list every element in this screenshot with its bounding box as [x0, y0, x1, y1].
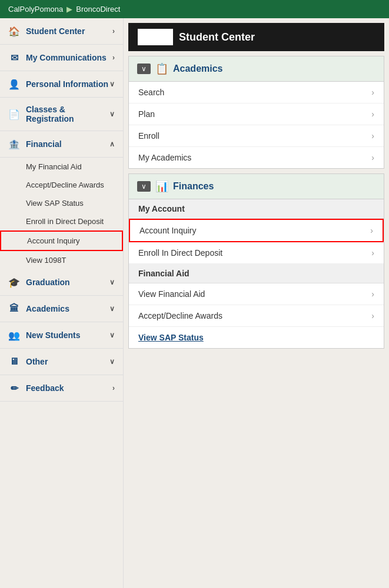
- academics-item-label-enroll: Enroll: [138, 131, 159, 141]
- top-header: CalPolyPomona ▶ BroncoDirect: [0, 0, 389, 18]
- sidebar-label-my-communications: My Communications: [26, 53, 107, 62]
- academics-item-arrow-search: ›: [371, 88, 374, 97]
- student-center-header: Student Center: [128, 23, 384, 51]
- finances-section-header: ∨ 📊 Finances: [129, 174, 384, 199]
- academics-icon: 🏛: [8, 303, 20, 315]
- academics-item-label-my-academics: My Academics: [138, 153, 191, 162]
- finance-item-arrow-account-inquiry: ›: [370, 226, 373, 235]
- sidebar-item-personal-information[interactable]: 👤 Personal Information ∨: [0, 71, 123, 98]
- new-students-chevron: ∨: [109, 331, 115, 339]
- classes-registration-chevron: ∨: [109, 110, 115, 118]
- sidebar-label-feedback: Feedback: [26, 383, 64, 393]
- academics-list: Search › Plan › Enroll › My Academics ›: [129, 82, 384, 168]
- personal-information-icon: 👤: [8, 78, 20, 90]
- sidebar: 🏠 Student Center › ✉ My Communications ›…: [0, 18, 124, 588]
- view-sap-status-link[interactable]: View SAP Status: [129, 327, 384, 348]
- finance-item-arrow-enroll-direct-deposit: ›: [371, 248, 374, 258]
- new-students-icon: 👥: [8, 329, 20, 341]
- sidebar-label-personal-information: Personal Information: [26, 79, 108, 89]
- sidebar-item-student-center[interactable]: 🏠 Student Center ›: [0, 18, 123, 45]
- breadcrumb-separator: ▶: [67, 5, 72, 14]
- sidebar-item-left: 🎓 Graduation: [8, 276, 70, 288]
- sidebar-item-academics[interactable]: 🏛 Academics ∨: [0, 296, 123, 322]
- sidebar-submenu-accept-decline-awards[interactable]: Accept/Decline Awards: [0, 176, 123, 194]
- academics-item-arrow-enroll: ›: [371, 131, 374, 141]
- student-center-chevron: ›: [112, 27, 115, 35]
- sidebar-item-financial[interactable]: 🏦 Financial ∧: [0, 131, 123, 158]
- finance-item-arrow-accept-decline-awards: ›: [371, 311, 374, 320]
- sidebar-item-classes-registration[interactable]: 📄 Classes & Registration ∨: [0, 98, 123, 131]
- sidebar-item-left: 👥 New Students: [8, 329, 81, 341]
- academics-item-plan[interactable]: Plan ›: [129, 103, 384, 125]
- academics-item-search[interactable]: Search ›: [129, 82, 384, 103]
- portal-label: BroncoDirect: [76, 5, 120, 14]
- academics-chevron: ∨: [109, 305, 115, 313]
- finance-item-label-view-financial-aid: View Financial Aid: [138, 289, 205, 299]
- finance-group-header-financial-aid: Financial Aid: [129, 264, 384, 283]
- finance-item-label-accept-decline-awards: Accept/Decline Awards: [138, 311, 222, 320]
- sidebar-submenu-my-financial-aid[interactable]: My Financial Aid: [0, 158, 123, 176]
- sidebar-label-financial: Financial: [26, 139, 62, 149]
- finances-list: My Account Account Inquiry › Enroll In D…: [129, 199, 384, 348]
- academics-section: ∨ 📋 Academics Search › Plan › Enroll › M…: [128, 56, 384, 169]
- sidebar-label-other: Other: [26, 357, 48, 366]
- sidebar-item-left: ✏ Feedback: [8, 382, 64, 394]
- sidebar-item-my-communications[interactable]: ✉ My Communications ›: [0, 45, 123, 71]
- sidebar-item-left: 🏛 Academics: [8, 303, 69, 315]
- finance-item-label-enroll-direct-deposit: Enroll In Direct Deposit: [138, 248, 222, 258]
- sidebar-item-new-students[interactable]: 👥 New Students ∨: [0, 322, 123, 349]
- academics-item-label-search: Search: [138, 88, 164, 97]
- submenu-financial: My Financial AidAccept/Decline AwardsVie…: [0, 158, 123, 269]
- my-communications-icon: ✉: [8, 52, 20, 64]
- sidebar-label-academics: Academics: [26, 304, 69, 313]
- sidebar-item-left: 🏦 Financial: [8, 138, 62, 150]
- sidebar-submenu-view-sap-status[interactable]: View SAP Status: [0, 194, 123, 212]
- avatar-box: [138, 29, 173, 45]
- finance-item-account-inquiry[interactable]: Account Inquiry ›: [129, 219, 384, 242]
- finance-item-view-financial-aid[interactable]: View Financial Aid ›: [129, 283, 384, 305]
- academics-item-arrow-plan: ›: [371, 109, 374, 119]
- academics-item-arrow-my-academics: ›: [371, 153, 374, 162]
- graduation-chevron: ∨: [109, 278, 115, 286]
- sidebar-item-left: 🏠 Student Center: [8, 25, 85, 37]
- finances-icon: 📊: [155, 180, 168, 193]
- financial-chevron: ∧: [109, 140, 115, 148]
- sidebar-label-student-center: Student Center: [26, 26, 85, 36]
- personal-information-chevron: ∨: [109, 80, 115, 88]
- finance-item-arrow-view-financial-aid: ›: [371, 289, 374, 299]
- finances-collapse-btn[interactable]: ∨: [137, 181, 151, 192]
- finance-item-label-account-inquiry: Account Inquiry: [139, 226, 197, 235]
- sidebar-submenu-account-inquiry[interactable]: Account Inquiry: [0, 230, 123, 251]
- content-area: Student Center ∨ 📋 Academics Search › Pl…: [124, 18, 389, 588]
- academics-item-enroll[interactable]: Enroll ›: [129, 125, 384, 147]
- academics-icon: 📋: [155, 62, 168, 75]
- student-center-icon: 🏠: [8, 25, 20, 37]
- academics-section-header: ∨ 📋 Academics: [129, 56, 384, 82]
- sidebar-item-graduation[interactable]: 🎓 Graduation ∨: [0, 269, 123, 296]
- sidebar-item-left: 👤 Personal Information: [8, 78, 108, 90]
- sidebar-item-left: ✉ My Communications: [8, 52, 107, 64]
- academics-title: Academics: [173, 64, 223, 74]
- classes-registration-icon: 📄: [8, 108, 20, 120]
- finance-item-accept-decline-awards[interactable]: Accept/Decline Awards ›: [129, 305, 384, 327]
- sidebar-submenu-enroll-direct-deposit[interactable]: Enroll in Direct Deposit: [0, 212, 123, 230]
- academics-collapse-btn[interactable]: ∨: [137, 64, 151, 74]
- academics-item-my-academics[interactable]: My Academics ›: [129, 147, 384, 168]
- finances-section: ∨ 📊 Finances My Account Account Inquiry …: [128, 173, 384, 349]
- finance-item-enroll-direct-deposit[interactable]: Enroll In Direct Deposit ›: [129, 242, 384, 264]
- graduation-icon: 🎓: [8, 276, 20, 288]
- sidebar-item-other[interactable]: 🖥 Other ∨: [0, 349, 123, 375]
- feedback-chevron: ›: [112, 384, 115, 392]
- sidebar-item-left: 📄 Classes & Registration: [8, 105, 109, 123]
- sidebar-item-feedback[interactable]: ✏ Feedback ›: [0, 375, 123, 402]
- sidebar-item-left: 🖥 Other: [8, 356, 48, 368]
- sidebar-label-new-students: New Students: [26, 330, 81, 340]
- academics-item-label-plan: Plan: [138, 109, 155, 119]
- finances-title: Finances: [173, 181, 214, 192]
- other-icon: 🖥: [8, 356, 20, 368]
- sidebar-label-graduation: Graduation: [26, 278, 70, 287]
- financial-icon: 🏦: [8, 138, 20, 150]
- feedback-icon: ✏: [8, 382, 20, 394]
- sidebar-submenu-view-1098t[interactable]: View 1098T: [0, 251, 123, 269]
- student-center-title: Student Center: [179, 31, 255, 44]
